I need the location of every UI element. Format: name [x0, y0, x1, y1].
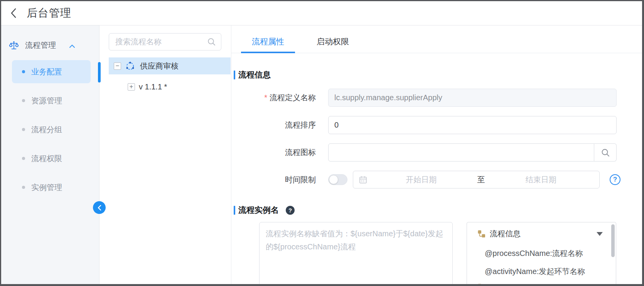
field-label: 流程排序	[241, 120, 316, 130]
bullet-dot-icon	[22, 157, 25, 160]
form-row-process-icon: 流程图标	[241, 143, 642, 162]
field-label: 流程图标	[241, 147, 316, 158]
date-range-picker[interactable]: 开始日期 至 结束日期	[353, 171, 600, 188]
definition-name-input[interactable]	[328, 89, 617, 107]
required-asterisk: *	[264, 93, 267, 102]
caret-down-icon	[597, 232, 603, 236]
sidebar-item-label: 业务配置	[31, 67, 62, 77]
main-content: 流程属性 启动权限 流程信息 *流程定义名称 流程排序	[231, 25, 642, 284]
start-date-placeholder: 开始日期	[368, 175, 475, 185]
sidebar-item-label: 流程权限	[31, 153, 62, 164]
back-button[interactable]	[7, 7, 20, 20]
balance-scale-icon	[9, 40, 19, 50]
sidebar-item-instance-management[interactable]: 实例管理	[12, 176, 91, 199]
process-tree-panel: − 供应商审核 + v 1.1.1 *	[99, 25, 231, 284]
process-info-form: *流程定义名称 流程排序 流程图标	[241, 89, 642, 188]
header: 后台管理	[1, 1, 642, 25]
process-tree: − 供应商审核 + v 1.1.1 *	[109, 57, 231, 94]
search-icon	[207, 37, 216, 46]
bullet-dot-icon	[22, 70, 25, 73]
sidebar-item-process-group[interactable]: 流程分组	[12, 118, 91, 141]
sidebar: 流程管理 业务配置 资源管理 流程分组	[1, 25, 99, 284]
bullet-dot-icon	[22, 186, 25, 189]
sidebar-item-label: 资源管理	[31, 96, 62, 106]
process-icon-input[interactable]	[328, 143, 594, 162]
bullet-dot-icon	[22, 99, 25, 102]
variable-group-label: 流程信息	[490, 229, 521, 239]
form-row-time-limit: 时间限制	[241, 171, 642, 188]
page-title: 后台管理	[27, 6, 71, 20]
variable-item-activityName[interactable]: @activityName:发起环节名称	[485, 262, 616, 281]
sidebar-item-label: 流程分组	[31, 124, 62, 135]
time-limit-help-icon[interactable]: ?	[610, 174, 620, 185]
tree-node-version[interactable]: + v 1.1.1 *	[109, 80, 231, 94]
tree-node-label: v 1.1.1 *	[139, 82, 167, 91]
section-header-instance-name: 流程实例名 ?	[234, 205, 642, 215]
chevron-left-icon	[97, 205, 102, 211]
tab-bar: 流程属性 启动权限	[231, 36, 642, 53]
end-date-placeholder: 结束日期	[487, 175, 595, 185]
collapse-expander-icon[interactable]: −	[114, 62, 121, 70]
sidebar-nav: 业务配置 资源管理 流程分组 流程权限 实例管理	[1, 60, 99, 199]
panel-scrollbar[interactable]	[611, 224, 615, 257]
app-window: 后台管理 流程管理	[0, 0, 644, 286]
sidebar-group-label: 流程管理	[25, 40, 56, 50]
expand-expander-icon[interactable]: +	[128, 83, 135, 91]
section-accent-bar	[234, 206, 235, 215]
variable-group-process-info[interactable]: 流程信息	[477, 229, 608, 239]
icon-search-button[interactable]	[594, 143, 617, 162]
field-label: *流程定义名称	[241, 93, 316, 103]
variable-item-processChName[interactable]: @processChName:流程名称	[485, 244, 616, 262]
tab-process-properties[interactable]: 流程属性	[241, 36, 295, 53]
form-row-process-order: 流程排序	[241, 116, 642, 134]
instance-name-help-icon[interactable]: ?	[286, 206, 295, 215]
process-cycle-icon	[125, 61, 135, 71]
sidebar-item-label: 实例管理	[31, 182, 62, 193]
active-item-indicator	[98, 62, 101, 82]
section-header-process-info: 流程信息	[234, 69, 642, 80]
variable-list: @processChName:流程名称 @activityName:发起环节名称	[485, 244, 616, 281]
tree-node-label: 供应商审核	[140, 61, 179, 71]
section-accent-bar	[234, 71, 235, 79]
time-limit-toggle[interactable]	[328, 174, 347, 185]
search-box	[109, 33, 221, 50]
sidebar-item-resource-management[interactable]: 资源管理	[12, 89, 91, 112]
sidebar-item-business-config[interactable]: 业务配置	[12, 60, 91, 83]
tab-start-permission[interactable]: 启动权限	[306, 36, 360, 53]
chevron-up-icon	[69, 44, 75, 48]
section-title: 流程实例名	[238, 205, 279, 215]
instance-name-textarea[interactable]	[259, 222, 453, 284]
next-variable-group	[477, 283, 616, 284]
chevron-left-icon	[9, 7, 19, 19]
form-row-definition-name: *流程定义名称	[241, 89, 642, 107]
section-title: 流程信息	[238, 69, 271, 80]
tree-node-supplier-review[interactable]: − 供应商审核	[109, 57, 231, 74]
toggle-knob	[329, 175, 338, 184]
search-icon	[601, 148, 610, 157]
bullet-dot-icon	[22, 128, 25, 131]
sidebar-group-process-management[interactable]: 流程管理	[1, 25, 99, 50]
field-label: 时间限制	[241, 175, 316, 185]
sidebar-item-process-permission[interactable]: 流程权限	[12, 147, 91, 170]
variable-picker-panel: 流程信息 @processChName:流程名称 @activityName:发…	[467, 222, 616, 284]
process-order-input[interactable]	[328, 116, 617, 134]
date-separator: 至	[475, 175, 487, 185]
sidebar-collapse-button[interactable]	[93, 201, 106, 214]
instance-name-row: 流程信息 @processChName:流程名称 @activityName:发…	[259, 222, 642, 284]
calendar-icon	[359, 175, 368, 184]
search-input[interactable]	[109, 33, 221, 50]
sitemap-icon	[477, 229, 486, 238]
sitemap-icon	[477, 283, 486, 284]
